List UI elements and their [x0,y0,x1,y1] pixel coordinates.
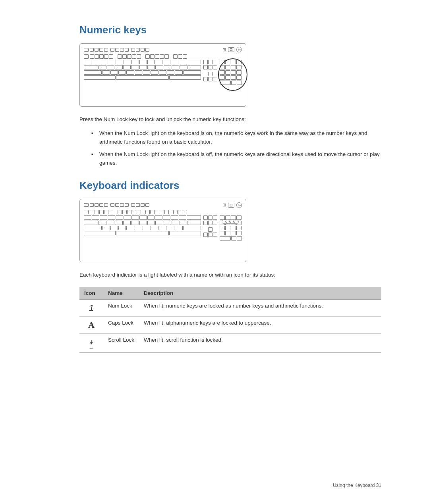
page-footer: Using the Keyboard 31 [333,483,381,488]
numeric-intro: Press the Num Lock key to lock and unloc… [79,115,381,123]
icon-num-lock: 1 [79,299,103,316]
bullet-2: When the Num Lock light on the keyboard … [91,150,381,167]
icon-scroll-lock: ↓_ [79,333,103,353]
name-num-lock: Num Lock [103,299,139,316]
name-scroll-lock: Scroll Lock [103,333,139,353]
indicator-dots [222,219,239,224]
table-header-name: Name [103,287,139,300]
icon-caps-lock: A [79,316,103,333]
table-header-icon: Icon [79,287,103,300]
table-header-desc: Description [139,287,381,300]
desc-scroll-lock: When lit, scroll function is locked. [139,333,381,353]
indicators-table: Icon Name Description 1 Num Lock When li… [79,287,381,353]
table-row: 1 Num Lock When lit, numeric keys are lo… [79,299,381,316]
bullet-1: When the Num Lock light on the keyboard … [91,129,381,146]
desc-num-lock: When lit, numeric keys are locked as num… [139,299,381,316]
section-title-indicators: Keyboard indicators [79,179,381,192]
desc-caps-lock: When lit, alphanumeric keys are locked t… [139,316,381,333]
name-caps-lock: Caps Lock [103,316,139,333]
keyboard-diagram-numeric: ⊞ ⊡ ○o [79,43,246,107]
section-title-numeric: Numeric keys [79,24,381,36]
table-row: ↓_ Scroll Lock When lit, scroll function… [79,333,381,353]
numeric-bullets: When the Num Lock light on the keyboard … [91,129,381,167]
indicators-intro: Each keyboard indicator is a light label… [79,271,381,279]
table-row: A Caps Lock When lit, alphanumeric keys … [79,316,381,333]
keyboard-diagram-indicators: ⊞ ⊡ ○o [79,199,246,262]
